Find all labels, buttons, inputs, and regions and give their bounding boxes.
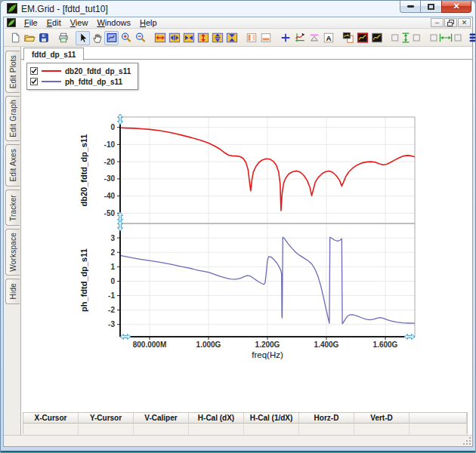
open-folder-icon <box>23 32 36 44</box>
mdi-window-buttons: – ✕ <box>431 18 472 27</box>
select-arrow-icon <box>77 32 89 44</box>
new-document-button[interactable] <box>8 31 22 45</box>
save-button[interactable] <box>36 31 51 45</box>
y-axis-scale-handle[interactable] <box>118 220 123 231</box>
sidebar-tab-hide[interactable]: Hide <box>5 279 20 304</box>
app-logo-icon <box>7 3 17 14</box>
resize-grip[interactable] <box>462 436 471 445</box>
svg-text:1.200G: 1.200G <box>255 341 280 349</box>
minimize-button[interactable] <box>400 1 421 13</box>
sidebar-tab-workspace[interactable]: Workspace <box>5 229 20 276</box>
svg-text:-10: -10 <box>104 140 116 149</box>
cursor-value-cell <box>299 424 354 435</box>
x-axis-scale-handle[interactable] <box>120 334 131 340</box>
legend-item: db20_fdtd_dp_s11 <box>30 66 134 76</box>
compress-y-axis-button[interactable] <box>224 31 239 45</box>
caliper-tool-button[interactable] <box>307 31 321 45</box>
menu-bar: File Edit View Windows Help – ✕ <box>4 17 472 29</box>
legend-checkbox-0[interactable] <box>30 67 38 75</box>
y-axis-label: ph_fdtd_dp_s11 <box>79 248 88 312</box>
open-file-button[interactable] <box>22 31 36 45</box>
graph-red-frame-icon <box>357 32 369 44</box>
close-icon: ✕ <box>453 2 459 11</box>
stretch-y-axis-button[interactable] <box>210 31 224 45</box>
sidebar-tab-edit-axes[interactable]: Edit Axes <box>5 144 20 186</box>
menu-view[interactable]: View <box>66 17 93 29</box>
mdi-restore-button[interactable] <box>444 18 457 27</box>
text-icon: A <box>323 32 335 44</box>
zoom-out-button[interactable] <box>133 31 147 45</box>
graph-style-button[interactable] <box>369 31 384 45</box>
horizontal-autofit-group[interactable] <box>428 31 464 45</box>
zoom-in-icon <box>120 32 132 44</box>
y-axis-scale-handle[interactable] <box>118 114 123 125</box>
split-columns-icon <box>246 32 258 44</box>
split-columns-button[interactable] <box>244 31 258 45</box>
plot-panel: fdtd_dp_s11 db20_fdtd_dp_s11 ph_fdtd_dp_… <box>20 47 472 435</box>
maximize-button[interactable] <box>421 1 441 13</box>
plot-canvas[interactable]: 0-10-20-30-40-50db20_fdtd_dp_s113210-1-2… <box>74 106 437 371</box>
compress-x-blue-icon <box>183 32 195 44</box>
caliper-icon <box>308 32 320 44</box>
cursor-col-header: Horz-D <box>299 413 354 424</box>
cursor-col-header: H-Cal (1/dX) <box>244 413 299 424</box>
x-axis-scale-handle[interactable] <box>404 334 415 340</box>
cursor-col-header: Y-Cursor <box>79 413 134 424</box>
plot-tab-fdtd-dp-s11[interactable]: fdtd_dp_s11 <box>23 48 84 60</box>
svg-text:-30: -30 <box>104 174 116 183</box>
status-bar <box>4 435 472 446</box>
layout-button[interactable]: Layout <box>469 33 476 42</box>
svg-text:A: A <box>326 34 331 42</box>
menu-help[interactable]: Help <box>135 17 162 29</box>
legend-swatch-0 <box>42 70 61 72</box>
mdi-minimize-button[interactable]: – <box>431 18 444 27</box>
sidebar-tab-edit-plots[interactable]: Edit Plots <box>5 51 20 93</box>
compress-y-blue-icon <box>226 32 238 44</box>
svg-text:0: 0 <box>110 123 115 131</box>
compress-x-axis-button[interactable] <box>181 31 196 45</box>
legend-checkbox-1[interactable] <box>30 78 38 85</box>
zoom-region-button[interactable] <box>104 31 119 45</box>
sidebar-tab-label: Edit Plots <box>9 55 17 88</box>
close-button[interactable]: ✕ <box>441 1 471 13</box>
check-icon <box>31 68 37 74</box>
svg-text:2: 2 <box>110 248 115 257</box>
print-button[interactable] <box>56 31 70 45</box>
svg-text:-2: -2 <box>108 306 115 314</box>
tracker-icon <box>294 32 306 44</box>
expand-y-axis-button[interactable] <box>196 31 210 45</box>
cursor-value-cell <box>354 424 410 435</box>
restore-icon <box>447 20 454 26</box>
cursor-readout-table: X-Cursor Y-Cursor V-Caliper H-Cal (dX) H… <box>23 412 468 434</box>
pan-tool-button[interactable] <box>90 31 104 45</box>
sidebar-tab-tracker[interactable]: Tracker <box>5 190 20 226</box>
split-rows-button[interactable] <box>258 31 273 45</box>
sidebar-tab-edit-graph[interactable]: Edit Graph <box>5 96 20 141</box>
legend-label: ph_fdtd_dp_s11 <box>65 78 122 86</box>
sidebar-tab-label: Tracker <box>9 195 17 221</box>
print-icon <box>57 32 70 44</box>
crosshair-cursor-button[interactable] <box>278 31 292 45</box>
expand-x-axis-button[interactable] <box>153 31 167 45</box>
vertical-autofit-group[interactable] <box>389 31 422 45</box>
select-tool-button[interactable] <box>76 31 90 45</box>
stretch-x-axis-button[interactable] <box>167 31 181 45</box>
tracker-tool-button[interactable] <box>292 31 307 45</box>
svg-text:-20: -20 <box>104 158 116 166</box>
menu-windows[interactable]: Windows <box>92 17 135 29</box>
graph-style-active-button[interactable] <box>355 31 369 45</box>
zoom-in-button[interactable] <box>119 31 133 45</box>
menu-edit[interactable]: Edit <box>42 17 66 29</box>
mdi-close-button[interactable]: ✕ <box>458 18 471 27</box>
cursor-col-header: V-Caliper <box>134 413 189 424</box>
crosshair-icon <box>280 32 292 44</box>
menu-file[interactable]: File <box>20 17 42 29</box>
left-sidebar: Edit Plots Edit Graph Edit Axes Tracker … <box>4 47 20 435</box>
cursor-value-cell <box>134 424 189 435</box>
minimize-icon <box>407 5 414 8</box>
sidebar-tab-label: Hide <box>9 283 17 299</box>
cursor-col-header: X-Cursor <box>23 413 79 424</box>
text-annotation-button[interactable]: A <box>321 31 335 45</box>
legend-label: db20_fdtd_dp_s11 <box>65 67 131 76</box>
new-graph-page-button[interactable] <box>341 31 355 45</box>
